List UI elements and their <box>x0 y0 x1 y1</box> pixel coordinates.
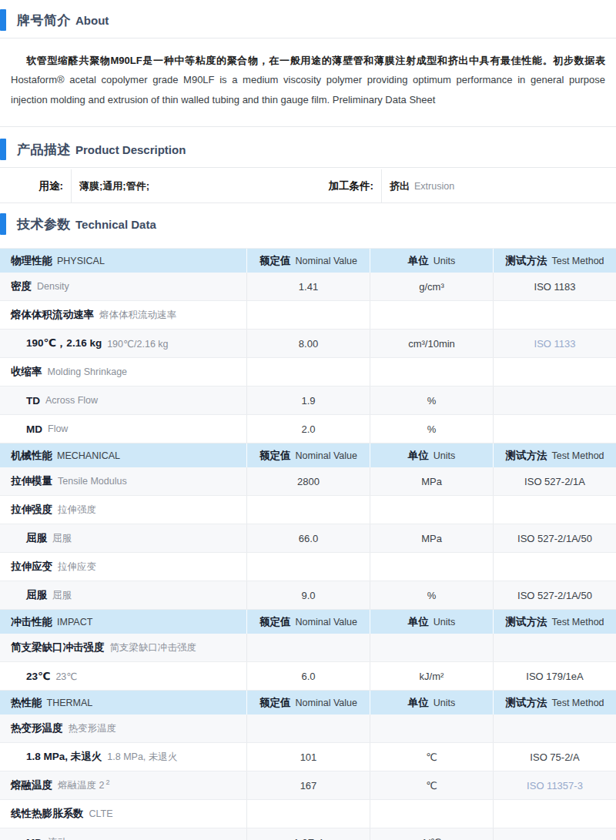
column-title-zh: 物理性能 <box>11 254 52 268</box>
unit-cell <box>370 715 493 742</box>
unit-cell <box>370 553 493 581</box>
table-row: 拉伸模量Tensile Modulus2800MPaISO 527-2/1A <box>0 467 616 496</box>
property-name-primary: 23℃ <box>26 670 50 682</box>
test-method-cell[interactable]: ISO 1133 <box>493 330 616 357</box>
nominal-value-cell: 101 <box>246 743 370 771</box>
units-column-header: 单位Units <box>370 249 493 273</box>
property-name-cell: 23℃23℃ <box>0 662 246 690</box>
nominal-value-cell: 8.00 <box>246 330 370 357</box>
test-method-cell <box>493 800 616 828</box>
section-column-title: 物理性能PHYSICAL <box>0 249 246 273</box>
table-row: 线性热膨胀系数CLTE <box>0 800 616 828</box>
property-name-cell: TDAcross Flow <box>0 387 246 414</box>
property-name-secondary: 热变形温度 <box>69 722 117 735</box>
table-row: 密度Density1.41g/cm³ISO 1183 <box>0 273 616 301</box>
column-title-en: PHYSICAL <box>57 256 105 266</box>
property-name-cell: 1.8 MPa, 未退火1.8 MPa, 未退火 <box>0 743 246 771</box>
table-row: TDAcross Flow1.9% <box>0 387 616 415</box>
property-name-primary: 密度 <box>11 279 32 293</box>
table-row: 屈服屈服9.0%ISO 527-2/1A/50 <box>0 581 616 610</box>
test-method-cell <box>493 301 616 329</box>
property-name-primary: 屈服 <box>26 531 47 545</box>
section-header-product-description: 产品描述 Product Description <box>0 134 616 168</box>
property-name-secondary: CLTE <box>89 808 113 819</box>
table-row: 23℃23℃6.0kJ/m²ISO 179/1eA <box>0 662 616 691</box>
property-name-primary: 收缩率 <box>11 365 42 379</box>
nominal-value-cell: 1.41 <box>246 273 370 300</box>
process-value-zh: 挤出 <box>390 179 410 193</box>
test-method-cell <box>493 715 616 742</box>
unit-cell <box>370 358 493 386</box>
property-name-primary: 熔体体积流动速率 <box>11 308 94 322</box>
nominal-value-cell: 66.0 <box>246 524 370 552</box>
footnote-superscript: 2 <box>105 778 109 786</box>
table-row: 屈服屈服66.0MPaISO 527-2/1A/50 <box>0 524 616 553</box>
nominal-value-cell <box>246 358 370 386</box>
value-column-header: 额定值Nominal Value <box>246 610 370 634</box>
test-method-link[interactable]: ISO 11357-3 <box>527 780 583 791</box>
column-title-zh: 热性能 <box>11 696 42 710</box>
unit-cell: ℃ <box>370 771 493 799</box>
usage-label: 用途: <box>0 169 71 202</box>
property-name-primary: 拉伸强度 <box>11 503 52 517</box>
property-name-secondary: 190℃/2.16 kg <box>107 338 168 350</box>
property-name-secondary: 拉伸应变 <box>58 561 96 574</box>
property-name-cell: 熔融温度熔融温度 22 <box>0 771 246 799</box>
section-column-title: 热性能THERMAL <box>0 691 246 715</box>
property-name-primary: 190℃，2.16 kg <box>26 336 102 350</box>
nominal-value-cell <box>246 301 370 329</box>
property-name-secondary: 简支梁缺口冲击强度 <box>110 641 197 654</box>
unit-cell <box>370 496 493 524</box>
property-name-secondary: 屈服 <box>52 589 72 602</box>
property-name-cell: 热变形温度热变形温度 <box>0 715 246 742</box>
section-accent-bar <box>0 213 6 235</box>
property-name-primary: 拉伸应变 <box>11 560 52 574</box>
table-section-header-row: 冲击性能IMPACT额定值Nominal Value单位Units测试方法Tes… <box>0 610 616 634</box>
test-method-cell <box>493 387 616 414</box>
property-name-primary: 简支梁缺口冲击强度 <box>11 641 105 654</box>
test-method-cell <box>493 415 616 443</box>
test-method-column-header: 测试方法Test Method <box>493 249 616 273</box>
test-method-cell <box>493 496 616 524</box>
test-method-cell[interactable]: ISO 11357-3 <box>493 771 616 799</box>
process-conditions-value: 挤出 Extrusion <box>381 169 616 202</box>
unit-cell <box>370 634 493 661</box>
test-method-cell: ISO 527-2/1A/50 <box>493 581 616 609</box>
property-name-cell: MD流动 <box>0 828 246 840</box>
property-name-secondary: 1.8 MPa, 未退火 <box>107 751 177 764</box>
property-name-cell: 收缩率Molding Shrinkage <box>0 358 246 386</box>
property-name-cell: 密度Density <box>0 273 246 300</box>
value-column-header: 额定值Nominal Value <box>246 443 370 467</box>
test-method-cell: ISO 179/1eA <box>493 662 616 690</box>
about-paragraph-zh: 软管型缩醛共聚物M90LF是一种中等粘度的聚合物，在一般用途的薄壁管和薄膜注射成… <box>11 55 605 66</box>
property-name-primary: 熔融温度 <box>11 778 52 792</box>
nominal-value-cell: 2800 <box>246 467 370 495</box>
property-name-primary: MD <box>26 837 42 840</box>
test-method-column-header: 测试方法Test Method <box>493 610 616 634</box>
about-paragraph-en: Hostaform® acetal copolymer grade M90LF … <box>11 74 605 105</box>
units-column-header: 单位Units <box>370 691 493 715</box>
test-method-cell <box>493 358 616 386</box>
property-name-secondary: Density <box>37 281 69 292</box>
value-column-header: 额定值Nominal Value <box>246 249 370 273</box>
test-method-column-header: 测试方法Test Method <box>493 691 616 715</box>
unit-cell: ℃ <box>370 743 493 771</box>
value-column-header: 额定值Nominal Value <box>246 691 370 715</box>
test-method-cell: ISO 527-2/1A <box>493 467 616 495</box>
section-title-zh: 产品描述 <box>17 141 71 159</box>
column-title-en: THERMAL <box>47 698 93 708</box>
property-name-primary: 热变形温度 <box>11 721 63 735</box>
property-name-cell: 拉伸模量Tensile Modulus <box>0 467 246 495</box>
property-name-cell: 屈服屈服 <box>0 581 246 609</box>
column-title-en: IMPACT <box>57 617 92 627</box>
process-conditions-label: 加工条件: <box>306 169 381 202</box>
unit-cell: % <box>370 581 493 609</box>
technical-data-table: 物理性能PHYSICAL额定值Nominal Value单位Units测试方法T… <box>0 248 616 840</box>
table-row: MD流动1.2E-41/℃ <box>0 828 616 840</box>
unit-cell: 1/℃ <box>370 828 493 840</box>
property-name-secondary: 熔体体积流动速率 <box>99 309 176 322</box>
test-method-link[interactable]: ISO 1133 <box>534 338 576 350</box>
section-header-technical-data: 技术参数 Technical Data <box>0 209 616 242</box>
usage-value-zh: 薄膜;通用;管件; <box>79 179 149 193</box>
column-title-en: MECHANICAL <box>57 450 120 461</box>
